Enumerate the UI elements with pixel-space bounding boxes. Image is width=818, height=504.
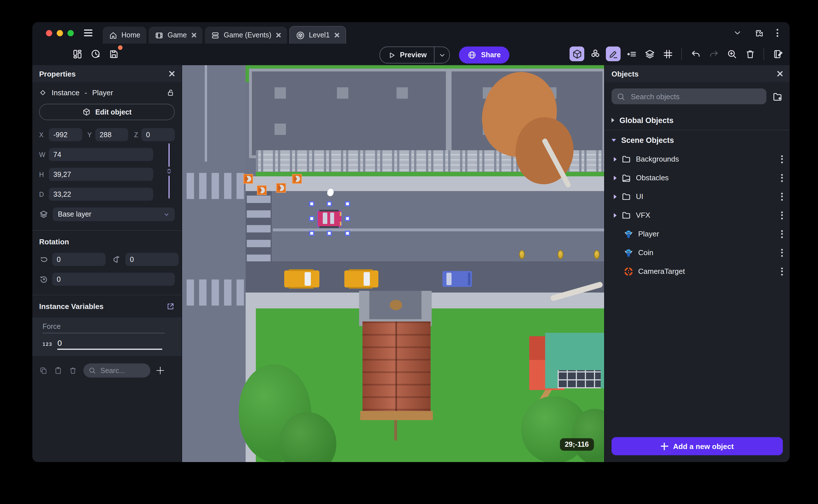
history-button[interactable] <box>88 46 103 61</box>
scene-properties-button[interactable] <box>770 46 785 61</box>
tree-item-obstacles[interactable]: Obstacles <box>605 168 790 187</box>
variables-search[interactable] <box>83 363 150 378</box>
player-car-selected[interactable] <box>317 210 342 227</box>
close-window-button[interactable] <box>46 30 52 36</box>
coin[interactable] <box>519 250 525 259</box>
obstacle-box[interactable] <box>257 185 267 195</box>
rotation-y-input[interactable] <box>125 253 179 266</box>
undo-button[interactable] <box>688 46 703 61</box>
extensions-puzzle-icon[interactable] <box>754 28 764 38</box>
chevron-right-icon[interactable] <box>614 194 617 199</box>
item-menu-icon[interactable] <box>781 174 783 182</box>
variable-name[interactable]: Force <box>43 323 164 333</box>
close-objects-icon[interactable] <box>776 70 783 77</box>
scene-canvas[interactable]: 29;-116 <box>182 65 604 462</box>
edit-object-button[interactable]: Edit object <box>39 104 175 120</box>
variable-row[interactable]: Force 123 0 <box>32 317 181 356</box>
tab-home[interactable]: Home <box>103 27 147 44</box>
trash-icon[interactable] <box>69 366 77 375</box>
layers-button[interactable] <box>642 46 657 61</box>
scene-objects-section[interactable]: Scene Objects <box>605 130 790 150</box>
selection-handle[interactable] <box>327 201 332 206</box>
tree-item-vfx[interactable]: VFX <box>605 206 790 225</box>
close-properties-icon[interactable] <box>168 70 175 77</box>
delete-button[interactable] <box>743 46 757 61</box>
selection-handle[interactable] <box>345 216 350 221</box>
npc-car-yellow[interactable] <box>344 270 378 287</box>
maximize-window-button[interactable] <box>67 30 74 36</box>
add-variable-button[interactable] <box>157 367 164 374</box>
toggle-3d-view-button[interactable] <box>570 46 584 61</box>
item-menu-icon[interactable] <box>781 192 783 200</box>
depth-input[interactable] <box>49 188 153 201</box>
coin[interactable] <box>594 250 600 259</box>
item-menu-icon[interactable] <box>781 211 783 219</box>
save-button[interactable] <box>106 46 121 61</box>
panels-layout-button[interactable] <box>70 46 84 61</box>
add-new-object-button[interactable]: Add a new object <box>612 437 783 455</box>
tab-close-icon[interactable] <box>334 32 339 38</box>
tab-game[interactable]: Game <box>149 27 203 44</box>
item-menu-icon[interactable] <box>781 155 783 163</box>
tree-item-player[interactable]: Player <box>605 225 790 243</box>
layer-select[interactable]: Base layer <box>53 207 175 221</box>
building-block[interactable] <box>249 69 449 158</box>
obstacle-box[interactable] <box>276 183 286 193</box>
lock-ratio-toggle[interactable] <box>164 143 174 198</box>
tower-body[interactable] <box>362 321 431 413</box>
grid-button[interactable] <box>660 46 675 61</box>
item-menu-icon[interactable] <box>781 267 783 275</box>
tree-item-coin[interactable]: Coin <box>605 243 790 262</box>
selection-handle[interactable] <box>345 201 350 206</box>
height-input[interactable] <box>49 168 153 181</box>
x-input[interactable] <box>49 128 82 141</box>
y-input[interactable] <box>95 128 128 141</box>
z-input[interactable] <box>141 128 175 141</box>
main-menu-icon[interactable] <box>84 29 92 36</box>
item-menu-icon[interactable] <box>781 249 783 257</box>
selection-handle[interactable] <box>309 216 314 221</box>
paste-clipboard-icon[interactable] <box>54 366 62 375</box>
zoom-in-button[interactable] <box>724 46 739 61</box>
tab-game-events[interactable]: Game (Events) <box>205 27 287 44</box>
tree-item-cameratarget[interactable]: CameraTarget <box>605 262 790 281</box>
item-menu-icon[interactable] <box>781 230 783 238</box>
npc-car-blue[interactable] <box>443 271 472 287</box>
npc-car-yellow[interactable] <box>284 270 319 287</box>
minimize-window-button[interactable] <box>57 30 63 36</box>
obstacle-box[interactable] <box>292 174 302 184</box>
copy-icon[interactable] <box>39 366 48 375</box>
edit-mode-button[interactable] <box>606 46 621 61</box>
open-variables-editor-icon[interactable] <box>166 302 175 311</box>
tree-item-backgrounds[interactable]: Backgrounds <box>605 150 790 168</box>
selection-handle[interactable] <box>309 231 314 236</box>
share-button[interactable]: Share <box>459 46 510 63</box>
objects-search[interactable] <box>612 88 766 104</box>
chevron-right-icon[interactable] <box>614 175 617 180</box>
chevron-right-icon[interactable] <box>614 213 617 217</box>
instances-list-button[interactable] <box>624 46 639 61</box>
tab-level1[interactable]: Level1 <box>289 26 346 44</box>
variables-search-input[interactable] <box>99 366 137 375</box>
obstacle-box[interactable] <box>243 174 253 184</box>
global-objects-section[interactable]: Global Objects <box>605 111 790 130</box>
width-input[interactable] <box>49 148 153 161</box>
unlock-icon[interactable] <box>166 88 175 97</box>
tab-close-icon[interactable] <box>191 32 196 38</box>
tree-item-ui[interactable]: UI <box>605 187 790 206</box>
rotation-z-input[interactable] <box>52 273 175 286</box>
redo-button[interactable] <box>706 46 721 61</box>
selection-handle[interactable] <box>309 201 314 206</box>
preview-button[interactable]: Preview <box>379 46 450 63</box>
chevron-down-icon[interactable] <box>733 28 742 37</box>
selection-handle[interactable] <box>327 231 332 236</box>
objects-search-input[interactable] <box>630 92 761 101</box>
more-menu-icon[interactable] <box>777 29 778 37</box>
tab-close-icon[interactable] <box>275 32 281 38</box>
objects-stack-button[interactable] <box>588 46 603 61</box>
chevron-right-icon[interactable] <box>614 157 617 161</box>
rotation-x-input[interactable] <box>52 253 105 266</box>
selection-handle[interactable] <box>345 231 350 236</box>
preview-options-button[interactable] <box>435 51 450 59</box>
add-folder-icon[interactable] <box>772 91 783 102</box>
